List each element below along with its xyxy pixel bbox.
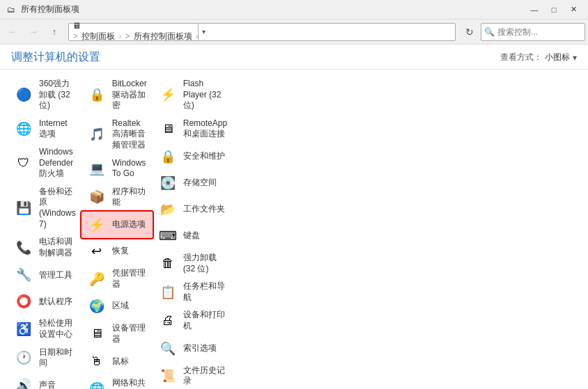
item-label: 声音	[39, 380, 56, 389]
control-panel-item[interactable]: 💾备份和还原(Windows 7)	[8, 183, 82, 233]
taskbar-icon: 📋	[158, 283, 178, 302]
control-panel-item[interactable]: ⌨键盘	[153, 223, 233, 249]
toolbar: 调整计算机的设置 查看方式： 小图标 ▾	[0, 45, 588, 70]
control-panel-item[interactable]: 🗑强力卸载 (32 位)	[153, 249, 233, 278]
item-label: 任务栏和导航	[183, 281, 227, 303]
control-panel-item[interactable]: 🌐网络和共享中心	[82, 374, 153, 389]
filehistory-icon: 📜	[158, 366, 178, 386]
item-label: 360强力卸载 (32 位)	[39, 79, 76, 111]
control-panel-item[interactable]: 🖱鼠标	[82, 348, 153, 374]
maximize-button[interactable]: □	[545, 3, 563, 17]
view-mode: 查看方式： 小图标 ▾	[500, 51, 577, 63]
remote-icon: 🖥	[158, 119, 178, 138]
control-panel-item[interactable]: 📋任务栏和导航	[153, 278, 233, 306]
phone-icon: 📞	[14, 238, 33, 257]
item-label: RemoteApp 和桌面连接	[183, 118, 227, 140]
uninstall-icon: 🗑	[158, 254, 178, 273]
back-button[interactable]: ←	[3, 23, 22, 41]
item-label: 设备和打印机	[183, 310, 227, 331]
ie-icon: 🌐	[14, 119, 33, 138]
control-panel-item[interactable]: ⚡Flash Player (32 位)	[153, 75, 233, 115]
region-icon: 🌍	[87, 296, 107, 316]
minimize-button[interactable]: —	[525, 3, 543, 17]
columns-container: 🔵360强力卸载 (32 位)🌐Internet 选项🛡Windows Defe…	[8, 75, 233, 389]
device-icon: 🖥	[87, 324, 107, 344]
address-dropdown-button[interactable]: ▾	[198, 24, 209, 40]
item-label: 区域	[112, 301, 129, 312]
item-label: 凭据管理器	[112, 268, 147, 289]
item-label: Realtek高清晰音频管理器	[112, 118, 147, 151]
control-panel-item[interactable]: 📞电话和调制解调器	[8, 233, 82, 262]
control-panel-item[interactable]: 📜文件历史记录	[153, 362, 233, 389]
storage-icon: 💽	[158, 173, 178, 193]
address-chevron-1: ›	[119, 33, 121, 40]
power-icon: ⚡	[87, 215, 107, 235]
control-panel-item[interactable]: 💻Windows To Go	[82, 154, 153, 183]
control-panel-item[interactable]: 💽存储空间	[153, 170, 233, 196]
control-panel-item[interactable]: 🛡Windows Defender 防火墙	[8, 143, 82, 183]
forward-button[interactable]: →	[24, 23, 43, 41]
item-label: 管理工具	[39, 270, 72, 281]
realtek-icon: 🎵	[87, 125, 107, 144]
control-panel-item[interactable]: 🖥RemoteApp 和桌面连接	[153, 115, 233, 143]
page-title: 调整计算机的设置	[11, 50, 100, 65]
address-separator-1: >	[73, 31, 80, 41]
control-panel-item[interactable]: 🔒安全和维护	[153, 143, 233, 170]
control-panel-item[interactable]: ⭕默认程序	[8, 288, 82, 315]
column-1: 🔒BitLocker 驱动器加密🎵Realtek高清晰音频管理器💻Windows…	[82, 75, 153, 389]
item-label: 工作文件夹	[183, 204, 225, 215]
title-bar: 🗂 所有控制面板项 — □ ✕	[0, 0, 588, 19]
window-title: 所有控制面板项	[21, 3, 79, 15]
item-label: 轻松使用设置中心	[39, 318, 76, 340]
control-panel-item[interactable]: 🖨设备和打印机	[153, 306, 233, 335]
mouse-icon: 🖱	[87, 351, 107, 371]
accessibility-icon: ♿	[14, 319, 33, 339]
search-input[interactable]	[497, 27, 582, 37]
control-panel-item[interactable]: 🔒BitLocker 驱动器加密	[82, 75, 153, 115]
column-2: ⚡Flash Player (32 位)🖥RemoteApp 和桌面连接🔒安全和…	[153, 75, 233, 389]
workfolder-icon: 📂	[158, 200, 178, 219]
search-bar[interactable]: 🔍	[481, 23, 585, 41]
control-panel-item[interactable]: 🌍区域	[82, 293, 153, 319]
credential-icon: 🔑	[87, 269, 107, 289]
column-0: 🔵360强力卸载 (32 位)🌐Internet 选项🛡Windows Defe…	[8, 75, 82, 389]
item-label: 日期和时间	[39, 347, 76, 369]
control-panel-item[interactable]: 📦程序和功能	[82, 183, 153, 212]
recovery-icon: ↩	[87, 241, 107, 261]
item-label: Internet 选项	[39, 118, 76, 140]
item-label: 电话和调制解调器	[39, 237, 76, 258]
window-controls: — □ ✕	[525, 3, 582, 17]
navigation-bar: ← → ↑ 🖥 > 控制面板 › > 所有控制面板项 › ▾ ↻ 🔍	[0, 19, 588, 45]
keyboard-icon: ⌨	[158, 226, 178, 246]
content-area: 调整计算机的设置 查看方式： 小图标 ▾ 🔵360强力卸载 (32 位)🌐Int…	[0, 45, 588, 389]
control-panel-item[interactable]: 🔊声音	[8, 372, 82, 389]
control-panel-item[interactable]: 📂工作文件夹	[153, 196, 233, 223]
control-panel-item[interactable]: 🎵Realtek高清晰音频管理器	[82, 115, 153, 154]
up-button[interactable]: ↑	[45, 23, 64, 41]
item-label: Windows To Go	[112, 158, 147, 180]
control-panel-item[interactable]: 🔍索引选项	[153, 335, 233, 362]
item-label: BitLocker 驱动器加密	[112, 79, 147, 111]
control-panel-item[interactable]: ♿轻松使用设置中心	[8, 315, 82, 343]
item-label: 默认程序	[39, 296, 72, 308]
control-panel-item[interactable]: 🕐日期和时间	[8, 344, 82, 372]
item-label: 强力卸载 (32 位)	[183, 253, 227, 274]
control-panel-item[interactable]: 🌐Internet 选项	[8, 115, 82, 143]
control-panel-item[interactable]: 🔑凭据管理器	[82, 264, 153, 293]
address-bar[interactable]: 🖥 > 控制面板 › > 所有控制面板项 › ▾	[68, 23, 456, 41]
refresh-button[interactable]: ↻	[460, 23, 479, 41]
control-panel-item[interactable]: ⚡电源选项	[82, 212, 153, 238]
item-label: 备份和还原(Windows 7)	[39, 186, 76, 230]
item-label: 键盘	[183, 230, 200, 241]
shield-icon: 🛡	[14, 153, 33, 173]
security-icon: 🔒	[158, 147, 178, 166]
control-panel-item[interactable]: 🔧管理工具	[8, 262, 82, 288]
clock-icon: 🕐	[14, 348, 33, 367]
item-label: Windows Defender 防火墙	[39, 147, 76, 180]
control-panel-item[interactable]: 🔵360强力卸载 (32 位)	[8, 75, 82, 115]
close-button[interactable]: ✕	[564, 3, 582, 17]
view-mode-value[interactable]: 小图标	[545, 51, 570, 63]
control-panel-item[interactable]: 🖥设备管理器	[82, 319, 153, 348]
control-panel-item[interactable]: ↩恢复	[82, 238, 153, 264]
address-separator-2: >	[125, 31, 132, 41]
